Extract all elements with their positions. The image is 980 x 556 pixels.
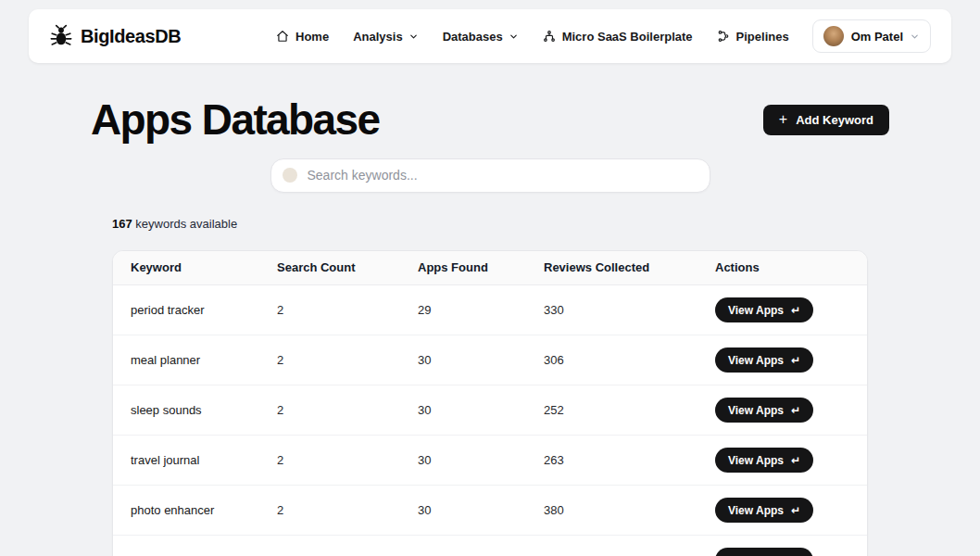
view-apps-button[interactable]: View Apps ↵: [715, 348, 813, 373]
keyword-count: 167 keywords available: [112, 217, 868, 231]
page-title: Apps Database: [91, 96, 380, 144]
keyword-cell: meal planner: [113, 335, 259, 385]
actions-cell: View Apps ↵: [697, 285, 867, 335]
navbar: BigIdeasDB Home Analysis Databases: [29, 9, 951, 63]
table-row: period tracker 2 29 330 View Apps ↵: [113, 285, 867, 335]
chevron-down-icon: [910, 32, 920, 42]
nav-item-label: Analysis: [353, 30, 402, 44]
home-icon: [276, 30, 289, 43]
table-header-row: Keyword Search Count Apps Found Reviews …: [113, 251, 867, 285]
table-row: sleep sounds 2 30 252 View Apps ↵: [113, 385, 867, 436]
return-arrow-icon: ↵: [791, 305, 800, 316]
column-header-apps-found: Apps Found: [400, 251, 526, 285]
table-body: period tracker 2 29 330 View Apps ↵ meal…: [113, 285, 867, 556]
nav-item-analysis[interactable]: Analysis: [343, 22, 428, 51]
apps-found-cell: 30: [400, 335, 526, 385]
search-box[interactable]: [270, 158, 710, 193]
keyword-cell: photo enhancer: [113, 486, 259, 536]
column-header-search-count: Search Count: [259, 251, 400, 285]
main-nav: Home Analysis Databases Micro SaaS Boile…: [266, 19, 931, 53]
apps-found-cell: 29: [400, 285, 526, 335]
search-count-cell: 2: [259, 436, 400, 486]
view-apps-button[interactable]: View Apps ↵: [715, 498, 813, 523]
apps-found-cell: [400, 536, 526, 556]
nav-item-label: Home: [295, 30, 329, 44]
apps-found-cell: 30: [400, 436, 526, 486]
nav-item-micro-saas-boilerplate[interactable]: Micro SaaS Boilerplate: [533, 22, 703, 51]
search-count-cell: 2: [259, 335, 400, 385]
apps-found-cell: 30: [400, 486, 526, 536]
nav-item-databases[interactable]: Databases: [433, 22, 529, 51]
view-apps-label: View Apps: [728, 504, 784, 517]
page-header: Apps Database + Add Keyword: [91, 96, 889, 144]
return-arrow-icon: ↵: [791, 505, 800, 516]
reviews-collected-cell: 306: [526, 335, 697, 385]
actions-cell: View Apps ↵: [697, 436, 867, 486]
nav-item-label: Micro SaaS Boilerplate: [562, 30, 693, 44]
keywords-table: Keyword Search Count Apps Found Reviews …: [113, 251, 867, 556]
keyword-count-label: keywords available: [135, 217, 237, 231]
search-input[interactable]: [306, 167, 698, 183]
reviews-collected-cell: 330: [526, 285, 697, 335]
view-apps-label: View Apps: [728, 354, 784, 367]
reviews-collected-cell: 263: [526, 436, 697, 486]
user-avatar: [823, 26, 844, 46]
nav-item-label: Pipelines: [736, 30, 789, 44]
nav-item-home[interactable]: Home: [266, 22, 339, 51]
user-name: Om Patel: [851, 30, 903, 44]
view-apps-button[interactable]: View Apps ↵: [715, 297, 813, 322]
chevron-down-icon: [408, 32, 419, 42]
view-apps-button[interactable]: View Apps ↵: [715, 448, 813, 473]
column-header-keyword: Keyword: [113, 251, 259, 285]
add-keyword-button[interactable]: + Add Keyword: [763, 105, 889, 135]
keyword-count-number: 167: [112, 217, 132, 231]
page-content: Apps Database + Add Keyword 167 keywords…: [0, 96, 980, 556]
view-apps-button[interactable]: View Apps ↵: [715, 398, 813, 423]
table-row: meal planner 2 30 306 View Apps ↵: [113, 335, 867, 385]
bug-logo-icon: [49, 24, 73, 48]
plus-icon: +: [779, 112, 787, 127]
pipeline-icon: [717, 30, 730, 43]
column-header-reviews-collected: Reviews Collected: [526, 251, 697, 285]
table-row: photo enhancer 2 30 380 View Apps ↵: [113, 486, 867, 536]
search-count-cell: [259, 536, 400, 556]
search-count-cell: 2: [259, 486, 400, 536]
brand-name: BigIdeasDB: [81, 26, 181, 47]
add-keyword-label: Add Keyword: [796, 113, 873, 127]
return-arrow-icon: ↵: [791, 355, 800, 366]
chevron-down-icon: [509, 32, 519, 42]
view-apps-button[interactable]: View Apps ↵: [715, 548, 813, 556]
view-apps-label: View Apps: [728, 454, 784, 467]
keywords-table-card: Keyword Search Count Apps Found Reviews …: [112, 250, 868, 556]
table-row: travel journal 2 30 263 View Apps ↵: [113, 436, 867, 486]
boilerplate-icon: [543, 30, 556, 43]
nav-item-label: Databases: [443, 30, 503, 44]
keyword-cell: [113, 536, 259, 556]
apps-found-cell: 30: [400, 385, 526, 436]
user-menu-button[interactable]: Om Patel: [812, 19, 931, 53]
search-section: [0, 158, 980, 193]
view-apps-label: View Apps: [728, 404, 784, 417]
actions-cell: View Apps ↵: [697, 335, 867, 385]
return-arrow-icon: ↵: [791, 455, 800, 466]
view-apps-label: View Apps: [728, 304, 784, 317]
brand-logo[interactable]: BigIdeasDB: [49, 24, 181, 48]
search-icon: [283, 168, 297, 183]
keyword-cell: period tracker: [113, 285, 259, 335]
nav-item-pipelines[interactable]: Pipelines: [707, 22, 799, 51]
reviews-collected-cell: 252: [526, 385, 697, 436]
keyword-cell: sleep sounds: [113, 385, 259, 436]
table-row: View Apps ↵: [113, 536, 867, 556]
actions-cell: View Apps ↵: [697, 536, 867, 556]
search-count-cell: 2: [259, 385, 400, 436]
actions-cell: View Apps ↵: [697, 385, 867, 436]
keyword-cell: travel journal: [113, 436, 259, 486]
return-arrow-icon: ↵: [791, 405, 800, 416]
reviews-collected-cell: 380: [526, 486, 697, 536]
reviews-collected-cell: [526, 536, 697, 556]
column-header-actions: Actions: [697, 251, 867, 285]
search-count-cell: 2: [259, 285, 400, 335]
actions-cell: View Apps ↵: [697, 486, 867, 536]
